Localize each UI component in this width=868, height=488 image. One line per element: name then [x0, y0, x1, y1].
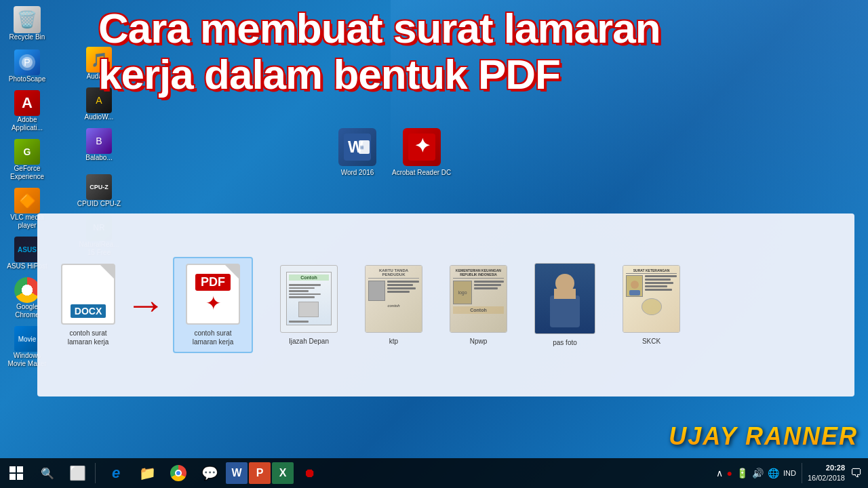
npwp-thumbnail: KEMENTERIAN KEUANGANREPUBLIK INDONESIA l… — [450, 265, 507, 333]
taskbar-system-tray: ∧ ● 🔋 🔊 🌐 IND 20:28 16/02/2018 🗨 — [711, 463, 868, 484]
channel-brand: UJAY RANNER — [669, 422, 858, 451]
video-title: Cara membuat surat lamaran kerja dalam b… — [98, 5, 868, 98]
person-photo — [535, 264, 595, 333]
taskbar-edge-icon[interactable]: e — [101, 458, 131, 488]
pdf-acrobat-symbol: ✦ — [205, 292, 221, 314]
taskbar-divider1 — [95, 463, 96, 483]
ijazah-file-item[interactable]: Contoh Ijazah Depan — [280, 265, 338, 346]
npwp-label: Npwp — [470, 337, 488, 346]
recycle-bin-icon: 🗑️ — [14, 6, 41, 33]
docx-filename: contoh surat lamaran kerja — [58, 329, 119, 346]
taskbar-powerpoint-icon[interactable]: P — [249, 462, 271, 484]
taskbar-word-icon[interactable]: W — [226, 462, 248, 484]
desktop-icon-balabo[interactable]: B Balabo... — [75, 125, 123, 165]
taskbar-pinned-apps: e 📁 💬 W P X ⏺ — [98, 458, 328, 488]
svg-rect-10 — [550, 296, 580, 327]
audiow-label: AudioW... — [85, 113, 114, 121]
word2016-label: Word 2016 — [341, 169, 374, 176]
svg-rect-13 — [629, 290, 640, 296]
tray-up-arrow-icon[interactable]: ∧ — [716, 468, 723, 479]
conversion-demo: DOCX contoh surat lamaran kerja → PDF ✦ … — [58, 257, 253, 353]
asus-icon: ASUS — [14, 237, 40, 262]
windows-logo — [9, 466, 23, 480]
adobe-label: Adobe Applicati... — [5, 116, 50, 132]
tray-speaker-icon[interactable]: 🔊 — [752, 468, 764, 479]
taskbar-divider2 — [802, 463, 802, 483]
taskbar-record-icon[interactable]: ⏺ — [295, 458, 325, 488]
acrobat-icon: ✦ — [403, 128, 441, 166]
file-explorer-panel: DOCX contoh surat lamaran kerja → PDF ✦ … — [37, 214, 854, 396]
desktop-icon-adobe[interactable]: A Adobe Applicati... — [3, 87, 51, 135]
pasfoto-label: pas foto — [553, 338, 577, 347]
docx-file-item[interactable]: DOCX contoh surat lamaran kerja — [58, 264, 119, 346]
svg-rect-11 — [554, 289, 576, 299]
desktop-icon-cpuid[interactable]: CPU-Z CPUID CPU-Z — [75, 171, 123, 211]
recycle-bin-label: Recycle Bin — [9, 33, 45, 41]
title-line1: Cara membuat surat lamaran — [98, 5, 868, 52]
skck-thumbnail: SURAT KETERANGAN — [623, 265, 680, 333]
tray-record-dot-icon: ● — [727, 468, 732, 479]
pasfoto-thumbnail — [534, 263, 595, 334]
word2016-icon: W ≡ — [338, 128, 376, 166]
taskbar-taskview-button[interactable]: ⬜ — [62, 458, 92, 488]
taskbar-date-display: 16/02/2018 — [808, 473, 845, 483]
conversion-arrow: → — [125, 285, 166, 325]
taskbar-excel-icon[interactable]: X — [272, 462, 294, 484]
moviemaker-icon: Movie — [14, 326, 40, 352]
desktop: Cara membuat surat lamaran kerja dalam b… — [0, 0, 868, 488]
skck-file-item[interactable]: SURAT KETERANGAN — [623, 265, 680, 346]
action-center-icon[interactable]: 🗨 — [850, 466, 863, 481]
npwp-file-item[interactable]: KEMENTERIAN KEUANGANREPUBLIK INDONESIA l… — [450, 265, 507, 346]
svg-text:P: P — [24, 57, 30, 68]
taskbar-files-icon[interactable]: 📁 — [132, 458, 162, 488]
photoscape-label: PhotoScape — [9, 75, 46, 83]
channel-name: UJAY RANNER — [669, 422, 858, 451]
geforce-label: GeForce Experience — [5, 165, 50, 181]
ijazah-label: Ijazah Depan — [289, 337, 329, 346]
ijazah-thumbnail: Contoh — [280, 265, 338, 333]
pasfoto-file-item[interactable]: pas foto — [534, 263, 595, 347]
taskbar: 🔍 ⬜ e 📁 💬 W P X ⏺ — [0, 458, 868, 488]
svg-text:✦: ✦ — [414, 136, 429, 157]
docx-badge: DOCX — [71, 304, 106, 318]
chrome-icon — [14, 277, 40, 303]
skck-label: SKCK — [642, 337, 660, 346]
taskbar-search-button[interactable]: 🔍 — [33, 458, 62, 488]
taskbar-chrome-icon[interactable] — [163, 458, 193, 488]
photoscape-icon: P — [14, 49, 40, 75]
cpuid-icon: CPU-Z — [86, 174, 112, 200]
docx-icon: DOCX — [61, 264, 115, 325]
svg-text:≡: ≡ — [360, 144, 364, 151]
taskbar-datetime[interactable]: 20:28 16/02/2018 — [808, 463, 845, 484]
tray-language-label: IND — [783, 469, 796, 477]
ktp-file-item[interactable]: KARTU TANDA PENDUDUK contoh ktp — [365, 265, 422, 346]
pdf-file-item[interactable]: PDF ✦ contoh surat lamaran kerja — [173, 257, 253, 353]
geforce-icon: G — [14, 139, 40, 165]
adobe-icon: A — [14, 90, 40, 116]
acrobat-label: Acrobat Reader DC — [392, 169, 451, 176]
pdf-badge: PDF — [195, 274, 231, 291]
desktop-icon-acrobat[interactable]: ✦ Acrobat Reader DC — [389, 125, 454, 179]
taskbar-whatsapp-icon[interactable]: 💬 — [195, 458, 224, 488]
balabo-icon: B — [86, 128, 112, 154]
desktop-icon-geforce[interactable]: G GeForce Experience — [3, 136, 51, 184]
desktop-icon-recycle-bin[interactable]: 🗑️ Recycle Bin — [3, 3, 51, 44]
start-button[interactable] — [0, 458, 33, 488]
title-line2: kerja dalam bentuk PDF — [98, 52, 868, 98]
desktop-icon-photoscape[interactable]: P PhotoScape — [3, 47, 51, 86]
svg-point-12 — [631, 281, 639, 289]
cpuid-label: CPUID CPU-Z — [77, 200, 121, 208]
taskbar-time-display: 20:28 — [808, 463, 845, 473]
featured-icons-area: W ≡ Word 2016 ✦ Acrobat Reader DC — [336, 125, 454, 179]
vlc-icon: 🔶 — [14, 188, 40, 214]
ktp-label: ktp — [389, 337, 398, 346]
pdf-icon: PDF ✦ — [186, 264, 240, 325]
tray-network-icon[interactable]: 🌐 — [768, 468, 779, 479]
balabo-label: Balabo... — [85, 154, 112, 162]
tray-icons: ∧ ● 🔋 🔊 🌐 IND — [716, 468, 796, 479]
desktop-icon-word2016[interactable]: W ≡ Word 2016 — [336, 125, 379, 179]
pdf-filename: contoh surat lamaran kerja — [182, 329, 243, 346]
tray-battery-icon: 🔋 — [736, 468, 748, 479]
ktp-thumbnail: KARTU TANDA PENDUDUK contoh — [365, 265, 422, 333]
